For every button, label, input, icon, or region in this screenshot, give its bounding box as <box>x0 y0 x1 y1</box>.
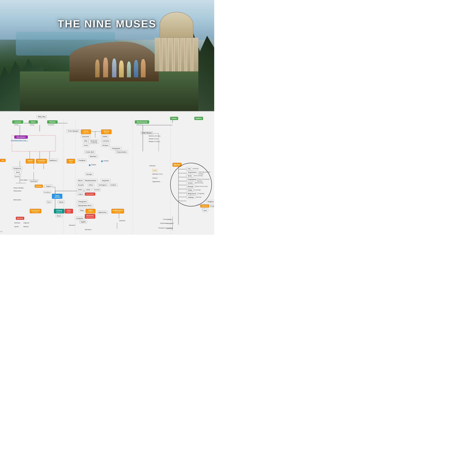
node-orpheus[interactable]: Orpheus <box>200 204 209 207</box>
node-sagitta[interactable]: Sagitta <box>79 220 87 223</box>
node-persephone[interactable]: Persephone Proserpina <box>30 209 41 213</box>
node-opportunit: Opportunit... <box>152 181 161 183</box>
node-laelaps-dot[interactable] <box>101 160 103 162</box>
node-mneme: Mneme (Memory) <box>149 135 160 137</box>
node-calliope[interactable]: Calliope <box>187 196 195 199</box>
painting-title: THE NINE MUSES <box>0 18 214 30</box>
node-aquila[interactable]: Aquila <box>57 201 65 204</box>
node-minotaur[interactable]: Minotaur <box>89 155 98 158</box>
node-stymphalian[interactable]: Stymphalian Bros. <box>77 204 93 207</box>
node-clio[interactable]: Clio <box>187 167 192 170</box>
node-thrae-nymphs[interactable]: Thrae Nymphs <box>67 130 80 133</box>
node-rhadamanthus[interactable]: Rhadamanthus <box>84 179 98 182</box>
node-ariadne[interactable]: Ariadne <box>109 184 118 187</box>
label-calliope: (poetry) <box>196 196 202 198</box>
node-macaria[interactable]: Macaria <box>16 217 24 220</box>
node-clotho[interactable]: Clotho <box>101 135 109 138</box>
node-ithya[interactable]: Ithya <box>79 209 85 212</box>
node-heracles[interactable]: Heracles HERCULES <box>85 214 95 219</box>
node-alexiares: Alexiares <box>85 229 91 230</box>
node-canis[interactable]: Canis <box>85 188 92 191</box>
node-hebe[interactable]: Hebe JUVENTUS <box>86 209 95 213</box>
node-thracian: Thracian Corybantes <box>158 227 173 229</box>
node-themis[interactable]: Themis <box>47 120 57 124</box>
node-terpsichore[interactable]: Terpsichore <box>187 171 198 174</box>
node-ares[interactable]: Ares <box>46 201 52 204</box>
node-cygnus[interactable]: Cygnus <box>45 185 53 188</box>
node-euryale[interactable]: Euryale <box>77 184 85 187</box>
node-sarpedon[interactable]: Sarpedon <box>101 179 110 182</box>
node-callisto-dot[interactable] <box>89 164 90 166</box>
node-unknown1: unknown <box>119 220 125 221</box>
node-orion[interactable]: Orion <box>77 188 84 191</box>
node-poseidon[interactable]: Poseidon NEPTUNE <box>36 159 47 163</box>
node-elder-muses[interactable]: Elder Muses <box>141 132 153 134</box>
node-olympians[interactable]: Olympians <box>14 136 28 139</box>
node-hephaestus[interactable]: Hephaestus VULCAN <box>111 209 124 213</box>
node-dione[interactable]: Dione <box>170 117 178 120</box>
node-lyra[interactable]: Lyra <box>202 209 208 212</box>
node-pasiphae[interactable]: Pasiphae <box>77 159 87 162</box>
node-arion[interactable]: Arion <box>14 171 21 174</box>
node-androgeus[interactable]: Androgeus <box>97 184 108 187</box>
node-despoena[interactable]: Despoena <box>12 167 22 170</box>
olympians-family-link[interactable]: Olympians Family Tree → <box>11 139 28 141</box>
node-europa[interactable]: Europa <box>85 173 93 176</box>
node-ophiuchus[interactable]: Ophiuchus <box>97 211 108 214</box>
node-chrysomalus[interactable]: Chrysomalus <box>116 151 128 153</box>
node-others[interactable]: others <box>87 184 94 187</box>
node-milky-way[interactable]: Milky Way <box>37 115 47 118</box>
node-litas[interactable]: Litas <box>152 169 157 172</box>
node-amathea[interactable]: Amathea <box>43 191 51 194</box>
node-draco[interactable]: Draco <box>55 214 63 217</box>
node-cronus[interactable]: Cronus <box>12 120 23 124</box>
node-polyhymnia[interactable]: Polyhymnia <box>187 178 198 181</box>
node-oeagrus[interactable]: Oeagrus <box>206 200 214 203</box>
node-triangulum[interactable]: Triangulum <box>77 200 88 203</box>
node-euterpe[interactable]: Euterpe <box>187 185 195 188</box>
node-irene[interactable]: Irene <box>83 144 89 147</box>
node-minos[interactable]: Minos <box>77 179 84 182</box>
node-left-edge[interactable]: ion <box>0 159 6 162</box>
node-rhea[interactable]: Rhea <box>29 120 38 124</box>
node-atropos[interactable]: Atropos <box>101 144 110 147</box>
node-unknown2: unknown <box>149 165 155 167</box>
node-caerus: Caerus <box>152 177 157 179</box>
node-lepus[interactable]: Lepus <box>77 193 84 196</box>
node-horae[interactable]: Horae (Seasons) <box>81 130 91 134</box>
node-hyrieu: Hyrieu <box>14 226 19 227</box>
node-aletheia: Aletheia (Truth) <box>152 173 163 175</box>
node-bootes[interactable]: Bootes <box>14 175 21 178</box>
node-ares-mars[interactable]: Ares MARS <box>65 209 73 213</box>
node-hesychia[interactable]: Hesychia (Tranquility) <box>89 139 99 144</box>
node-coronides[interactable]: Coronides <box>85 193 95 196</box>
node-melpomene[interactable]: Melpomene <box>187 192 198 195</box>
node-eurydice[interactable]: Eurydice <box>209 204 214 207</box>
node-corona[interactable]: Corona <box>93 188 101 191</box>
node-delphinus[interactable]: Delphinus <box>48 159 58 162</box>
node-aliodas[interactable]: Aliodas <box>35 185 43 188</box>
node-zeus[interactable]: Zeus JUPITER <box>52 194 62 199</box>
label-terpsichore: (dancing and lyric poetry) <box>199 171 214 175</box>
node-moirae[interactable]: Moirae (Fates) <box>101 130 111 134</box>
node-erato[interactable]: Erato <box>187 174 193 177</box>
node-laelaps-label: Laelaps <box>103 160 109 162</box>
node-cretan-bull[interactable]: Cretan Bull <box>84 151 95 153</box>
label-urania: (astronomy) <box>195 182 203 184</box>
node-hera[interactable]: Hera JUNO <box>67 159 75 163</box>
label-melpomene: (tragedy) <box>198 193 204 194</box>
label-euterpe: (flutes and music) <box>195 186 208 187</box>
node-eunomia[interactable]: Eunomia <box>81 135 90 138</box>
node-ophion[interactable]: Ophion <box>194 117 203 120</box>
node-dike[interactable]: Dike <box>83 139 89 142</box>
node-thalia[interactable]: Thalia <box>187 189 193 192</box>
node-linus: Linus (Dirge) <box>163 218 171 220</box>
node-athena[interactable]: Athena MINERVA <box>54 209 64 213</box>
node-lachesis[interactable]: Lachesis <box>101 139 110 142</box>
node-theophane[interactable]: Theophane <box>111 147 121 150</box>
node-sosipolis[interactable]: Sosipolis <box>75 217 85 220</box>
node-mnemosyne[interactable]: Mnemosyne <box>135 120 149 124</box>
node-urania[interactable]: Urania <box>187 182 194 185</box>
node-muses[interactable]: Muses <box>172 163 182 167</box>
node-hades[interactable]: Hades PLUTO <box>26 159 34 163</box>
